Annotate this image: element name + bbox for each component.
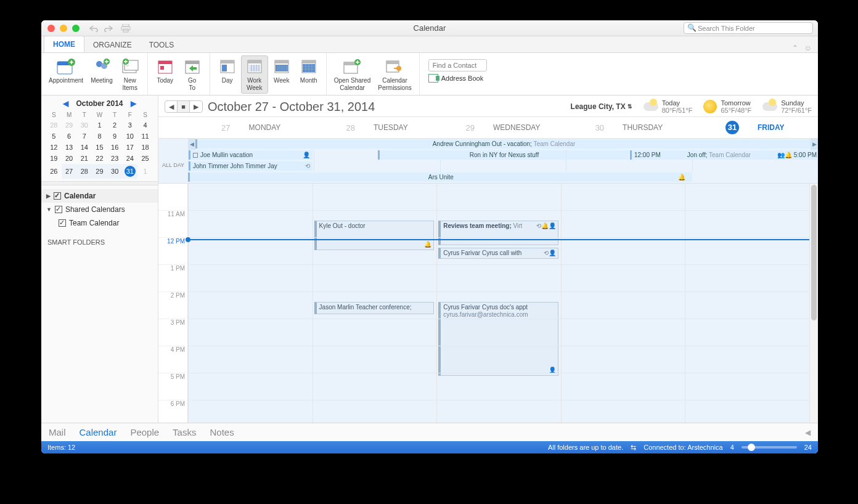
col-thursday[interactable] — [561, 184, 685, 423]
next-week-button[interactable]: ▶ — [190, 101, 202, 112]
mini-day-cell[interactable]: 14 — [76, 142, 92, 153]
mini-day-cell[interactable]: 24 — [123, 153, 138, 164]
scrollbar-thumb[interactable] — [811, 185, 817, 320]
weather-location[interactable]: League City, TX⇅ — [571, 102, 632, 111]
col-tuesday[interactable]: Kyle Out - doctor🔔 Jason Marlin Teacher … — [313, 184, 437, 423]
mini-day-cell[interactable]: 17 — [123, 142, 138, 153]
mini-day-cell[interactable]: 13 — [62, 142, 77, 153]
mini-day-cell[interactable]: 22 — [92, 153, 107, 164]
mini-day-cell[interactable]: 12 — [46, 142, 62, 153]
allday-scroll-right[interactable]: ▶ — [811, 139, 818, 150]
day-view-button[interactable]: Day — [214, 55, 241, 94]
meeting-button[interactable]: Meeting — [87, 55, 116, 94]
shared-calendars-section[interactable]: ▼Shared Calendars — [41, 203, 158, 216]
expand-panel-icon[interactable]: ◀ — [805, 428, 811, 437]
mini-day-cell[interactable]: 9 — [107, 131, 123, 142]
nav-tasks[interactable]: Tasks — [173, 427, 196, 437]
mini-day-cell[interactable]: 20 — [62, 153, 77, 164]
mini-day-cell[interactable]: 19 — [46, 153, 62, 164]
calendar-section[interactable]: ▶Calendar — [41, 189, 158, 203]
open-shared-calendar-button[interactable]: Open Shared Calendar — [330, 55, 375, 94]
dayhead-wednesday[interactable]: 29WEDNESDAY — [440, 117, 566, 138]
event-andrew-vacation[interactable]: Andrew Cunningham Out - vacation; Team C… — [195, 139, 811, 148]
nav-calendar[interactable]: Calendar — [80, 427, 117, 437]
dayhead-tuesday[interactable]: 28TUESDAY — [314, 117, 439, 138]
appointment-button[interactable]: Appointment — [45, 55, 87, 94]
event-john-timmer[interactable]: John Timmer John Timmer Jay⟲ — [189, 161, 313, 171]
new-items-button[interactable]: New Items — [116, 55, 144, 94]
undo-icon[interactable] — [88, 23, 99, 34]
mini-day-cell[interactable]: 28 — [76, 164, 92, 179]
find-contact-input[interactable] — [428, 59, 487, 71]
col-friday[interactable] — [685, 184, 809, 423]
event-joe-mullin-vacation[interactable]: Joe Mullin vacation👤 — [189, 150, 313, 160]
mini-day-cell[interactable]: 30 — [107, 164, 123, 179]
event-jon-off[interactable]: 12:00 PMJon off; Team Calendar👥🔔 5:00 PM — [630, 150, 818, 160]
checkbox-icon[interactable] — [59, 219, 66, 227]
mini-day-cell[interactable]: 31 — [123, 164, 138, 179]
nav-notes[interactable]: Notes — [210, 427, 234, 437]
allday-scroll-left[interactable]: ◀ — [188, 139, 195, 150]
mini-day-cell[interactable]: 15 — [92, 142, 107, 153]
col-wednesday[interactable]: Reviews team meeting; Virt⟲🔔👤 Cyrus Fari… — [436, 184, 561, 423]
mini-prev-month[interactable]: ◀ — [59, 99, 72, 108]
mini-day-cell[interactable]: 26 — [46, 164, 62, 179]
mini-day-cell[interactable]: 1 — [92, 120, 107, 131]
mini-day-cell[interactable]: 6 — [62, 131, 77, 142]
vertical-scrollbar[interactable] — [809, 184, 818, 423]
mini-day-cell[interactable]: 30 — [76, 120, 92, 131]
mini-day-cell[interactable]: 2 — [107, 120, 123, 131]
mini-day-cell[interactable]: 29 — [92, 164, 107, 179]
mini-day-cell[interactable]: 1 — [137, 164, 153, 179]
mini-day-cell[interactable]: 28 — [46, 120, 62, 131]
event-ars-unite[interactable]: Ars Unite — [188, 173, 692, 182]
close-window-button[interactable] — [47, 25, 55, 32]
mini-day-cell[interactable]: 16 — [107, 142, 123, 153]
tab-home[interactable]: HOME — [44, 36, 84, 52]
mini-day-cell[interactable]: 10 — [123, 131, 138, 142]
mini-day-cell[interactable]: 21 — [76, 153, 92, 164]
prev-week-button[interactable]: ◀ — [165, 101, 178, 112]
tab-organize[interactable]: ORGANIZE — [84, 37, 141, 52]
checkbox-icon[interactable] — [55, 206, 62, 213]
zoom-slider[interactable] — [742, 446, 797, 449]
week-view-button[interactable]: Week — [268, 55, 295, 94]
help-smiley-icon[interactable]: ☺ — [804, 44, 812, 52]
tab-tools[interactable]: TOOLS — [141, 37, 182, 52]
redo-icon[interactable] — [103, 23, 114, 34]
dayhead-monday[interactable]: 27MONDAY — [188, 117, 314, 138]
mini-day-cell[interactable]: 5 — [46, 131, 62, 142]
minimize-window-button[interactable] — [60, 25, 67, 32]
mini-day-cell[interactable]: 11 — [137, 131, 153, 142]
nav-people[interactable]: People — [130, 427, 159, 437]
print-icon[interactable] — [120, 23, 131, 34]
work-week-view-button[interactable]: Work Week — [241, 55, 268, 94]
dayhead-friday[interactable]: 31FRIDAY — [692, 117, 818, 138]
mini-day-cell[interactable]: 3 — [123, 120, 138, 131]
checkbox-icon[interactable] — [54, 192, 61, 200]
mini-day-cell[interactable]: 18 — [137, 142, 153, 153]
zoom-slider-thumb[interactable] — [748, 444, 755, 451]
go-to-button[interactable]: Go To — [179, 55, 206, 94]
today-segment-button[interactable]: ■ — [178, 101, 190, 112]
col-monday[interactable] — [188, 184, 313, 423]
today-button[interactable]: Today — [152, 55, 179, 94]
address-book-button[interactable]: Address Book — [428, 74, 487, 83]
team-calendar-item[interactable]: Team Calendar — [41, 216, 158, 230]
mini-day-cell[interactable]: 27 — [62, 164, 77, 179]
mini-next-month[interactable]: ▶ — [127, 99, 140, 108]
day-columns[interactable]: Kyle Out - doctor🔔 Jason Marlin Teacher … — [188, 184, 809, 423]
nav-mail[interactable]: Mail — [49, 427, 66, 437]
mini-day-cell[interactable]: 29 — [62, 120, 77, 131]
dayhead-thursday[interactable]: 30THURSDAY — [566, 117, 692, 138]
mini-day-cell[interactable]: 8 — [92, 131, 107, 142]
calendar-permissions-button[interactable]: Calendar Permissions — [374, 55, 415, 94]
search-folder-input[interactable] — [684, 22, 813, 34]
month-view-button[interactable]: Month — [295, 55, 322, 94]
mini-day-cell[interactable]: 7 — [76, 131, 92, 142]
mini-day-cell[interactable]: 25 — [137, 153, 153, 164]
zoom-window-button[interactable] — [72, 25, 80, 32]
mini-day-cell[interactable]: 23 — [107, 153, 123, 164]
mini-day-cell[interactable]: 4 — [137, 120, 153, 131]
collapse-ribbon-icon[interactable]: ⌃ — [792, 44, 798, 52]
